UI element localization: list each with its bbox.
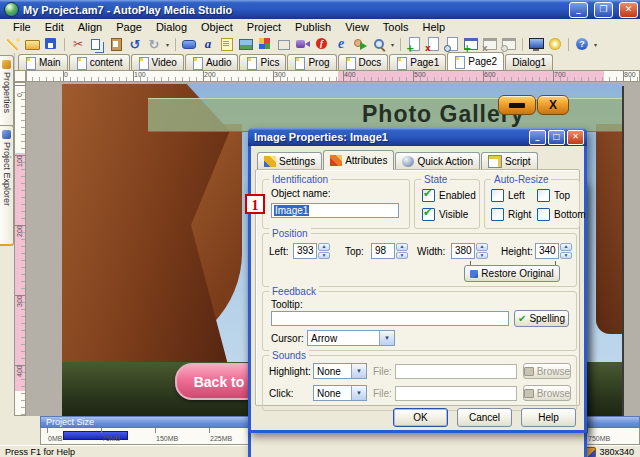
slideshow-object-icon[interactable] (351, 36, 369, 52)
dialog-preview-icon[interactable] (500, 36, 518, 52)
window-close-button[interactable]: ✕ (619, 2, 638, 18)
tab-dialog1[interactable]: Dialog1 (505, 54, 553, 70)
tab-quick-action[interactable]: Quick Action (395, 152, 480, 170)
highlight-sound-dropdown[interactable]: None (313, 363, 367, 379)
paste-icon[interactable] (107, 36, 125, 52)
page-remove-icon[interactable] (424, 36, 442, 52)
page-preview-icon[interactable] (443, 36, 461, 52)
chevron-down-icon[interactable] (351, 364, 366, 378)
tab-page1[interactable]: Page1 (389, 54, 446, 70)
undo-icon[interactable] (126, 36, 144, 52)
tab-attributes[interactable]: Attributes (323, 150, 394, 170)
dialog-remove-icon[interactable] (481, 36, 499, 52)
cancel-button[interactable]: Cancel (457, 408, 512, 427)
dialog-minimize-button[interactable]: _ (529, 130, 546, 145)
cut-icon[interactable] (69, 36, 87, 52)
spinner-buttons[interactable] (560, 243, 572, 259)
left-value[interactable]: 393 (293, 243, 317, 259)
richmedia-object-icon[interactable] (256, 36, 274, 52)
project-wizard-icon[interactable] (4, 36, 22, 52)
hotspot-object-icon[interactable] (275, 36, 293, 52)
spin-down-icon[interactable] (318, 252, 330, 260)
tab-docs[interactable]: Docs (338, 54, 389, 70)
height-spinner[interactable]: 340 (535, 243, 572, 259)
zoom-icon[interactable] (370, 36, 388, 52)
object-name-input[interactable]: Image1 (271, 203, 399, 218)
dialog-titlebar[interactable]: Image Properties: Image1 _ □ ✕ (248, 128, 587, 146)
zoom-dropdown-icon[interactable]: ▾ (389, 41, 396, 48)
redo-dropdown-icon[interactable]: ▾ (164, 41, 171, 48)
help-dropdown-icon[interactable]: ▾ (592, 41, 599, 48)
menu-project[interactable]: Project (240, 20, 288, 34)
menu-file[interactable]: File (6, 20, 38, 34)
menu-publish[interactable]: Publish (288, 20, 338, 34)
cursor-dropdown[interactable]: Arrow (307, 330, 395, 346)
ok-button[interactable]: OK (393, 408, 448, 427)
save-project-icon[interactable] (42, 36, 60, 52)
canvas-close-button[interactable]: X (537, 95, 569, 115)
spin-up-icon[interactable] (560, 243, 572, 251)
spinner-buttons[interactable] (396, 243, 408, 259)
help-button[interactable]: Help (521, 408, 576, 427)
restore-original-button[interactable]: Restore Original (464, 265, 560, 282)
menu-edit[interactable]: Edit (38, 20, 71, 34)
tab-page2[interactable]: Page2 (447, 52, 504, 70)
tab-script[interactable]: Script (481, 152, 538, 170)
tab-pics[interactable]: Pics (239, 54, 286, 70)
left-spinner[interactable]: 393 (293, 243, 330, 259)
tab-main[interactable]: Main (18, 54, 68, 70)
click-sound-dropdown[interactable]: None (313, 385, 367, 401)
menu-dialog[interactable]: Dialog (149, 20, 194, 34)
build-icon[interactable] (546, 36, 564, 52)
top-spinner[interactable]: 98 (371, 243, 408, 259)
help-icon[interactable] (573, 36, 591, 52)
chevron-down-icon[interactable] (351, 386, 366, 400)
spinner-buttons[interactable] (318, 243, 330, 259)
menu-object[interactable]: Object (194, 20, 240, 34)
menu-tools[interactable]: Tools (376, 20, 416, 34)
visible-checkbox[interactable] (422, 208, 435, 221)
width-spinner[interactable]: 380 (451, 243, 488, 259)
spelling-button[interactable]: Spelling (514, 310, 569, 327)
height-value[interactable]: 340 (535, 243, 559, 259)
preview-application-icon[interactable] (527, 36, 545, 52)
tab-prog[interactable]: Prog (287, 54, 336, 70)
dialog-maximize-button[interactable]: □ (548, 130, 565, 145)
canvas-minimize-button[interactable] (498, 95, 536, 115)
spin-down-icon[interactable] (476, 252, 488, 260)
chevron-down-icon[interactable] (379, 331, 394, 345)
menu-align[interactable]: Align (71, 20, 109, 34)
spin-up-icon[interactable] (476, 243, 488, 251)
paragraph-object-icon[interactable] (218, 36, 236, 52)
top-value[interactable]: 98 (371, 243, 395, 259)
window-minimize-button[interactable]: _ (569, 2, 588, 18)
enabled-checkbox[interactable] (422, 189, 435, 202)
web-object-icon[interactable] (332, 36, 350, 52)
video-object-icon[interactable] (294, 36, 312, 52)
width-value[interactable]: 380 (451, 243, 475, 259)
left-checkbox[interactable] (491, 189, 504, 202)
menu-help[interactable]: Help (416, 20, 453, 34)
tab-video[interactable]: Video (131, 54, 184, 70)
right-checkbox[interactable] (491, 208, 504, 221)
flash-object-icon[interactable] (313, 36, 331, 52)
tab-audio[interactable]: Audio (185, 54, 239, 70)
sidebar-tab-project-explorer[interactable]: Project Explorer (0, 125, 14, 246)
spinner-buttons[interactable] (476, 243, 488, 259)
sidebar-tab-properties[interactable]: Properties (0, 55, 14, 128)
open-project-icon[interactable] (23, 36, 41, 52)
menu-view[interactable]: View (338, 20, 376, 34)
button-object-icon[interactable] (180, 36, 198, 52)
tab-settings[interactable]: Settings (257, 152, 322, 170)
redo-icon[interactable] (145, 36, 163, 52)
top-checkbox[interactable] (537, 189, 550, 202)
tab-content[interactable]: content (69, 54, 130, 70)
menu-page[interactable]: Page (109, 20, 149, 34)
dialog-add-icon[interactable] (462, 36, 480, 52)
label-object-icon[interactable] (199, 36, 217, 52)
copy-icon[interactable] (88, 36, 106, 52)
spin-up-icon[interactable] (318, 243, 330, 251)
image-object-icon[interactable] (237, 36, 255, 52)
dialog-close-button[interactable]: ✕ (567, 130, 584, 145)
window-restore-button[interactable]: ❐ (594, 2, 613, 18)
